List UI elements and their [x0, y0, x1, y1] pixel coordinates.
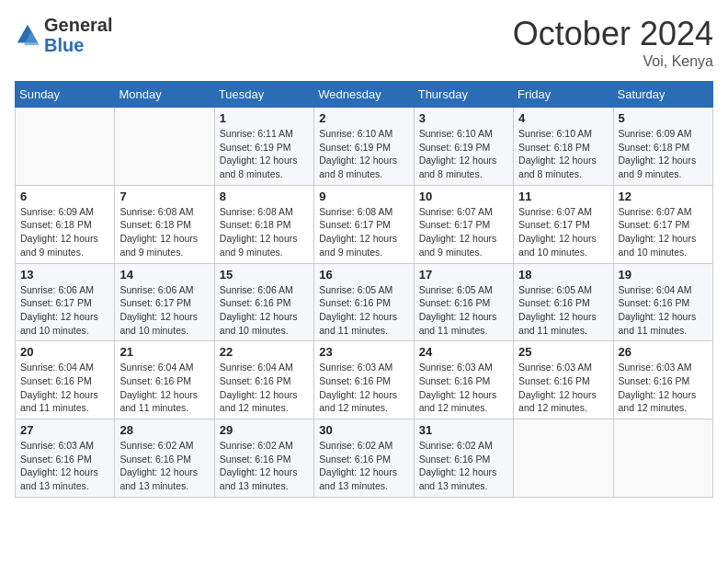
day-number: 12 [619, 190, 708, 203]
calendar-week-row: 1Sunrise: 6:11 AM Sunset: 6:19 PM Daylig… [16, 108, 713, 186]
calendar-cell: 25Sunrise: 6:03 AM Sunset: 6:16 PM Dayli… [514, 341, 613, 419]
calendar-cell: 27Sunrise: 6:03 AM Sunset: 6:16 PM Dayli… [16, 419, 115, 498]
calendar-cell: 15Sunrise: 6:06 AM Sunset: 6:16 PM Dayli… [214, 263, 313, 341]
day-number: 22 [220, 345, 309, 359]
calendar-cell: 9Sunrise: 6:08 AM Sunset: 6:17 PM Daylig… [314, 185, 414, 263]
calendar-cell: 8Sunrise: 6:08 AM Sunset: 6:18 PM Daylig… [214, 185, 313, 263]
calendar-cell: 5Sunrise: 6:09 AM Sunset: 6:18 PM Daylig… [613, 108, 712, 186]
day-of-week-header: Saturday [613, 82, 712, 108]
day-number: 19 [619, 268, 708, 282]
calendar-cell: 13Sunrise: 6:06 AM Sunset: 6:17 PM Dayli… [16, 263, 115, 341]
day-info: Sunrise: 6:10 AM Sunset: 6:18 PM Dayligh… [518, 127, 608, 181]
calendar-week-row: 20Sunrise: 6:04 AM Sunset: 6:16 PM Dayli… [16, 341, 713, 419]
day-number: 20 [20, 345, 109, 359]
day-of-week-header: Sunday [16, 82, 115, 108]
calendar-cell: 18Sunrise: 6:05 AM Sunset: 6:16 PM Dayli… [514, 263, 613, 341]
day-info: Sunrise: 6:04 AM Sunset: 6:16 PM Dayligh… [220, 361, 309, 415]
day-number: 14 [119, 268, 209, 282]
calendar-cell: 19Sunrise: 6:04 AM Sunset: 6:16 PM Dayli… [613, 263, 712, 341]
day-number: 1 [220, 111, 309, 125]
day-number: 29 [220, 423, 309, 437]
day-info: Sunrise: 6:07 AM Sunset: 6:17 PM Dayligh… [518, 205, 608, 259]
day-info: Sunrise: 6:03 AM Sunset: 6:16 PM Dayligh… [20, 439, 109, 493]
day-number: 11 [518, 190, 608, 203]
title-block: October 2024 Voi, Kenya [513, 15, 713, 70]
day-number: 8 [220, 190, 309, 203]
calendar-cell: 22Sunrise: 6:04 AM Sunset: 6:16 PM Dayli… [214, 341, 313, 419]
day-number: 2 [319, 111, 408, 125]
day-number: 25 [518, 345, 608, 359]
day-info: Sunrise: 6:02 AM Sunset: 6:16 PM Dayligh… [220, 439, 309, 493]
day-info: Sunrise: 6:03 AM Sunset: 6:16 PM Dayligh… [518, 361, 608, 415]
day-info: Sunrise: 6:06 AM Sunset: 6:16 PM Dayligh… [220, 283, 309, 338]
day-number: 23 [319, 345, 408, 359]
calendar-cell: 29Sunrise: 6:02 AM Sunset: 6:16 PM Dayli… [214, 419, 313, 498]
day-info: Sunrise: 6:03 AM Sunset: 6:16 PM Dayligh… [319, 361, 408, 415]
day-number: 31 [419, 423, 508, 437]
day-of-week-header: Tuesday [214, 82, 313, 108]
day-number: 28 [119, 423, 209, 437]
day-info: Sunrise: 6:02 AM Sunset: 6:16 PM Dayligh… [419, 439, 508, 493]
day-info: Sunrise: 6:08 AM Sunset: 6:18 PM Dayligh… [119, 205, 209, 259]
calendar-week-row: 6Sunrise: 6:09 AM Sunset: 6:18 PM Daylig… [16, 185, 713, 263]
day-of-week-header: Monday [115, 82, 214, 108]
calendar-week-row: 13Sunrise: 6:06 AM Sunset: 6:17 PM Dayli… [16, 263, 713, 341]
day-info: Sunrise: 6:06 AM Sunset: 6:17 PM Dayligh… [20, 283, 109, 338]
calendar-cell [115, 108, 214, 186]
calendar-cell: 10Sunrise: 6:07 AM Sunset: 6:17 PM Dayli… [414, 185, 513, 263]
day-number: 6 [20, 190, 109, 203]
day-number: 7 [119, 190, 209, 203]
day-info: Sunrise: 6:10 AM Sunset: 6:19 PM Dayligh… [419, 127, 508, 181]
day-info: Sunrise: 6:03 AM Sunset: 6:16 PM Dayligh… [619, 361, 708, 415]
calendar-cell: 28Sunrise: 6:02 AM Sunset: 6:16 PM Dayli… [115, 419, 214, 498]
day-number: 30 [319, 423, 408, 437]
calendar-cell: 23Sunrise: 6:03 AM Sunset: 6:16 PM Dayli… [314, 341, 414, 419]
calendar-cell: 26Sunrise: 6:03 AM Sunset: 6:16 PM Dayli… [613, 341, 712, 419]
calendar-cell: 1Sunrise: 6:11 AM Sunset: 6:19 PM Daylig… [214, 108, 313, 186]
calendar-cell: 14Sunrise: 6:06 AM Sunset: 6:17 PM Dayli… [115, 263, 214, 341]
day-info: Sunrise: 6:07 AM Sunset: 6:17 PM Dayligh… [419, 205, 508, 259]
day-info: Sunrise: 6:04 AM Sunset: 6:16 PM Dayligh… [119, 361, 209, 415]
day-info: Sunrise: 6:04 AM Sunset: 6:16 PM Dayligh… [619, 283, 708, 338]
day-number: 10 [419, 190, 508, 203]
day-info: Sunrise: 6:04 AM Sunset: 6:16 PM Dayligh… [20, 361, 109, 415]
day-number: 24 [419, 345, 508, 359]
day-number: 27 [20, 423, 109, 437]
calendar-cell: 17Sunrise: 6:05 AM Sunset: 6:16 PM Dayli… [414, 263, 513, 341]
day-number: 17 [419, 268, 508, 282]
calendar-cell: 30Sunrise: 6:02 AM Sunset: 6:16 PM Dayli… [314, 419, 414, 498]
day-of-week-header: Wednesday [314, 82, 414, 108]
day-of-week-header: Thursday [414, 82, 513, 108]
month-year-title: October 2024 [513, 15, 713, 53]
calendar-cell: 11Sunrise: 6:07 AM Sunset: 6:17 PM Dayli… [514, 185, 613, 263]
calendar-cell: 6Sunrise: 6:09 AM Sunset: 6:18 PM Daylig… [16, 185, 115, 263]
day-info: Sunrise: 6:11 AM Sunset: 6:19 PM Dayligh… [220, 127, 309, 181]
day-number: 18 [518, 268, 608, 282]
logo-icon [15, 22, 40, 48]
day-number: 5 [619, 111, 708, 125]
day-number: 21 [119, 345, 209, 359]
day-number: 16 [319, 268, 408, 282]
page-header: General Blue October 2024 Voi, Kenya [15, 15, 713, 70]
day-number: 26 [619, 345, 708, 359]
day-info: Sunrise: 6:05 AM Sunset: 6:16 PM Dayligh… [319, 283, 408, 338]
calendar-cell: 16Sunrise: 6:05 AM Sunset: 6:16 PM Dayli… [314, 263, 414, 341]
day-info: Sunrise: 6:02 AM Sunset: 6:16 PM Dayligh… [319, 439, 408, 493]
calendar-cell [514, 419, 613, 498]
calendar-cell: 20Sunrise: 6:04 AM Sunset: 6:16 PM Dayli… [16, 341, 115, 419]
day-number: 13 [20, 268, 109, 282]
day-number: 4 [518, 111, 608, 125]
day-info: Sunrise: 6:05 AM Sunset: 6:16 PM Dayligh… [419, 283, 508, 338]
calendar-cell: 7Sunrise: 6:08 AM Sunset: 6:18 PM Daylig… [115, 185, 214, 263]
calendar-cell: 12Sunrise: 6:07 AM Sunset: 6:17 PM Dayli… [613, 185, 712, 263]
calendar-table: SundayMondayTuesdayWednesdayThursdayFrid… [15, 81, 713, 498]
calendar-cell: 24Sunrise: 6:03 AM Sunset: 6:16 PM Dayli… [414, 341, 513, 419]
calendar-week-row: 27Sunrise: 6:03 AM Sunset: 6:16 PM Dayli… [16, 419, 713, 498]
calendar-cell: 21Sunrise: 6:04 AM Sunset: 6:16 PM Dayli… [115, 341, 214, 419]
day-info: Sunrise: 6:10 AM Sunset: 6:19 PM Dayligh… [319, 127, 408, 181]
day-info: Sunrise: 6:06 AM Sunset: 6:17 PM Dayligh… [119, 283, 209, 338]
day-number: 9 [319, 190, 408, 203]
logo-blue-text: Blue [44, 35, 112, 55]
logo: General Blue [15, 15, 112, 55]
day-info: Sunrise: 6:02 AM Sunset: 6:16 PM Dayligh… [119, 439, 209, 493]
